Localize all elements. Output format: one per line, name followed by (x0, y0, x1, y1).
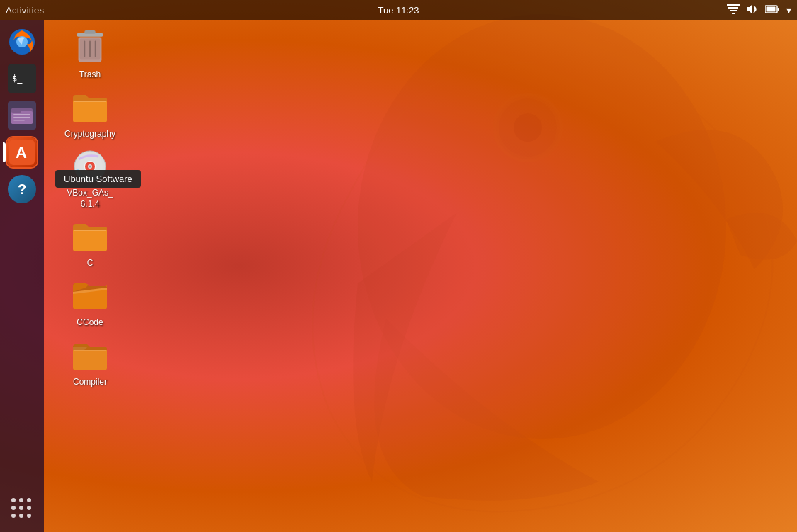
ccode-folder-icon (72, 278, 108, 315)
svg-point-37 (89, 166, 91, 168)
svg-rect-19 (13, 114, 30, 115)
dock-item-firefox[interactable] (6, 26, 38, 58)
network-icon[interactable] (727, 4, 740, 16)
background-bird (244, 0, 797, 532)
topbar-menu-arrow[interactable]: ▾ (786, 4, 791, 16)
desktop-icons-area: Trash Cryptography (44, 20, 200, 532)
ccode-label: CCode (77, 317, 103, 329)
svg-point-2 (514, 113, 542, 142)
cryptography-label: Cryptography (64, 129, 115, 140)
activities-label[interactable]: Activities (6, 5, 44, 16)
svg-rect-10 (767, 7, 776, 12)
svg-rect-25 (84, 30, 95, 34)
desktop-icon-vbox[interactable]: VBox_GAs_ 6.1.4 (58, 145, 122, 213)
help-icon-display: ? (8, 175, 36, 203)
dock-item-terminal[interactable]: $_ (6, 62, 38, 95)
apps-grid-icon (11, 498, 33, 519)
svg-rect-20 (13, 117, 30, 118)
cryptography-folder-icon (72, 89, 108, 126)
vbox-cd-icon (72, 148, 108, 185)
topbar-clock: Tue 11:23 (378, 5, 419, 16)
dock-show-apps[interactable] (6, 492, 38, 525)
compiler-label: Compiler (73, 377, 107, 388)
vbox-label: VBox_GAs_ 6.1.4 (67, 188, 113, 210)
desktop-icon-cryptography[interactable]: Cryptography (58, 86, 122, 143)
desktop-icon-c[interactable]: C (58, 215, 122, 272)
compiler-folder-icon (72, 337, 108, 374)
svg-text:$_: $_ (12, 74, 23, 84)
svg-rect-5 (730, 10, 737, 11)
battery-icon[interactable] (765, 4, 779, 16)
desktop-icon-compiler[interactable]: Compiler (58, 334, 122, 391)
trash-label: Trash (79, 69, 101, 81)
dock: $_ A (0, 20, 44, 532)
svg-rect-6 (732, 13, 735, 14)
trash-icon (72, 30, 108, 67)
desktop-icon-trash[interactable]: Trash (58, 27, 122, 84)
topbar-right: ▾ (727, 4, 791, 16)
svg-rect-9 (778, 8, 779, 11)
svg-rect-21 (13, 120, 25, 121)
c-folder-icon (72, 218, 108, 255)
svg-text:A: A (16, 144, 27, 162)
c-label: C (87, 258, 94, 269)
desktop: Activities Tue 11:23 (0, 0, 797, 532)
svg-rect-30 (89, 40, 91, 57)
svg-rect-4 (728, 7, 738, 9)
svg-rect-3 (727, 4, 740, 6)
sound-icon[interactable] (747, 4, 758, 16)
svg-rect-18 (11, 108, 21, 113)
dock-item-help[interactable]: ? (6, 173, 38, 205)
dock-item-files[interactable] (6, 99, 38, 132)
dock-item-ubuntu-software[interactable]: A (6, 136, 38, 169)
svg-marker-7 (747, 4, 752, 14)
topbar: Activities Tue 11:23 (0, 0, 797, 20)
svg-rect-29 (84, 40, 85, 57)
ubuntu-software-icon-display: A (7, 137, 37, 167)
topbar-left: Activities (6, 5, 44, 16)
svg-rect-31 (95, 40, 96, 57)
desktop-icon-ccode[interactable]: CCode (58, 275, 122, 332)
firefox-icon (8, 28, 36, 56)
terminal-icon-display: $_ (8, 64, 36, 93)
files-icon (8, 101, 36, 130)
